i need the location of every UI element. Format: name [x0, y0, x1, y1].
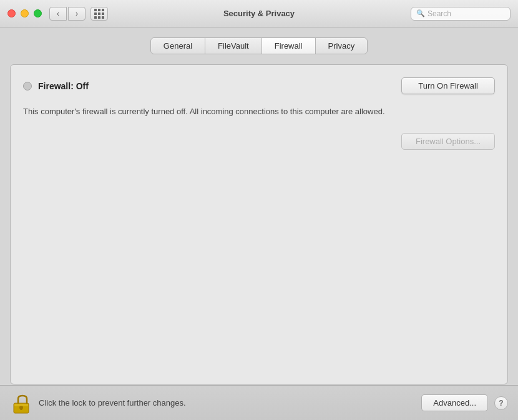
back-button[interactable]: ‹ — [49, 7, 67, 21]
content-panel: Firewall: Off Turn On Firewall This comp… — [10, 64, 508, 384]
search-box[interactable]: 🔍 Search — [411, 7, 511, 21]
firewall-description: This computer's firewall is currently tu… — [23, 105, 398, 118]
firewall-status-label: Firewall: Off — [38, 81, 89, 91]
search-placeholder: Search — [428, 9, 451, 18]
titlebar: ‹ › Security & Privacy 🔍 Search — [0, 0, 518, 27]
maximize-button[interactable] — [34, 9, 42, 17]
grid-icon — [94, 9, 104, 19]
tab-firewall[interactable]: Firewall — [262, 38, 316, 54]
grid-view-button[interactable] — [90, 7, 108, 21]
close-button[interactable] — [7, 9, 16, 17]
bottom-bar: Click the lock to prevent further change… — [0, 385, 518, 420]
help-button[interactable]: ? — [494, 396, 508, 410]
advanced-button[interactable]: Advanced... — [421, 394, 488, 411]
svg-rect-2 — [21, 408, 22, 410]
tab-filevault[interactable]: FileVault — [205, 38, 262, 54]
tab-group: General FileVault Firewall Privacy — [150, 37, 368, 54]
main-content: General FileVault Firewall Privacy Firew… — [0, 27, 518, 385]
search-icon: 🔍 — [416, 9, 425, 17]
window-title: Security & Privacy — [223, 9, 295, 18]
tab-general[interactable]: General — [151, 38, 205, 54]
lock-container: Click the lock to prevent further change… — [10, 392, 421, 414]
minimize-button[interactable] — [21, 9, 29, 17]
firewall-options-row: Firewall Options... — [23, 133, 495, 150]
forward-button[interactable]: › — [68, 7, 86, 21]
traffic-lights — [7, 9, 42, 17]
nav-buttons: ‹ › — [49, 7, 86, 21]
turn-on-firewall-button[interactable]: Turn On Firewall — [401, 77, 495, 94]
status-indicator — [23, 82, 32, 90]
bottom-right-buttons: Advanced... ? — [421, 394, 508, 411]
tabs-container: General FileVault Firewall Privacy — [10, 37, 508, 54]
tab-privacy[interactable]: Privacy — [316, 38, 368, 54]
svg-rect-3 — [14, 404, 28, 406]
lock-text: Click the lock to prevent further change… — [39, 398, 186, 408]
lock-icon[interactable] — [10, 392, 32, 414]
firewall-options-button[interactable]: Firewall Options... — [401, 133, 495, 150]
firewall-status-left: Firewall: Off — [23, 81, 89, 91]
firewall-status-row: Firewall: Off Turn On Firewall — [23, 77, 495, 94]
